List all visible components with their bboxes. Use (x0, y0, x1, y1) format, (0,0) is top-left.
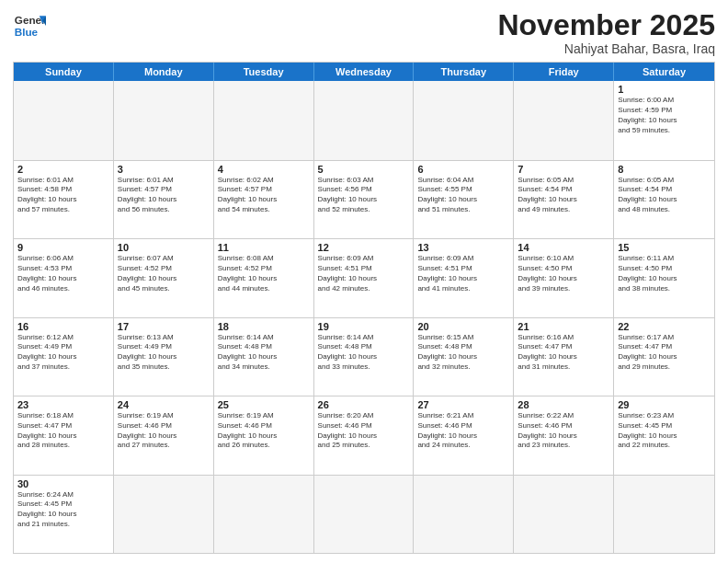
day-info: Sunrise: 6:08 AM Sunset: 4:52 PM Dayligh… (218, 254, 310, 293)
day-number: 1 (618, 84, 711, 95)
calendar-cell: 23Sunrise: 6:18 AM Sunset: 4:47 PM Dayli… (14, 396, 114, 474)
calendar-cell: 5Sunrise: 6:03 AM Sunset: 4:56 PM Daylig… (314, 161, 415, 238)
calendar-cell: 22Sunrise: 6:17 AM Sunset: 4:47 PM Dayli… (614, 318, 714, 396)
day-info: Sunrise: 6:04 AM Sunset: 4:55 PM Dayligh… (417, 176, 509, 215)
day-number: 20 (417, 321, 509, 332)
day-info: Sunrise: 6:01 AM Sunset: 4:57 PM Dayligh… (118, 176, 210, 215)
calendar-week-2: 2Sunrise: 6:01 AM Sunset: 4:58 PM Daylig… (14, 160, 714, 238)
weekday-header-thursday: Thursday (414, 63, 514, 81)
day-info: Sunrise: 6:01 AM Sunset: 4:58 PM Dayligh… (17, 176, 109, 215)
day-number: 6 (417, 164, 509, 175)
calendar-cell: 10Sunrise: 6:07 AM Sunset: 4:52 PM Dayli… (114, 239, 214, 316)
day-info: Sunrise: 6:14 AM Sunset: 4:48 PM Dayligh… (218, 333, 310, 373)
calendar-cell: 15Sunrise: 6:11 AM Sunset: 4:50 PM Dayli… (614, 239, 714, 316)
calendar-cell (214, 81, 314, 159)
day-number: 14 (518, 242, 609, 253)
day-info: Sunrise: 6:07 AM Sunset: 4:52 PM Dayligh… (118, 254, 210, 293)
day-info: Sunrise: 6:19 AM Sunset: 4:46 PM Dayligh… (118, 411, 210, 451)
calendar-cell (614, 476, 714, 553)
calendar-header: SundayMondayTuesdayWednesdayThursdayFrid… (14, 63, 714, 81)
day-info: Sunrise: 6:10 AM Sunset: 4:50 PM Dayligh… (518, 254, 609, 293)
calendar-cell: 17Sunrise: 6:13 AM Sunset: 4:49 PM Dayli… (114, 318, 214, 396)
calendar-week-6: 30Sunrise: 6:24 AM Sunset: 4:45 PM Dayli… (14, 475, 714, 553)
calendar-cell: 24Sunrise: 6:19 AM Sunset: 4:46 PM Dayli… (114, 396, 214, 474)
calendar-cell: 12Sunrise: 6:09 AM Sunset: 4:51 PM Dayli… (314, 239, 415, 316)
day-number: 9 (17, 242, 109, 253)
calendar-cell: 25Sunrise: 6:19 AM Sunset: 4:46 PM Dayli… (214, 396, 314, 474)
day-number: 19 (318, 321, 410, 332)
calendar-week-5: 23Sunrise: 6:18 AM Sunset: 4:47 PM Dayli… (14, 396, 714, 474)
calendar-body: 1Sunrise: 6:00 AM Sunset: 4:59 PM Daylig… (14, 81, 714, 553)
calendar-cell: 30Sunrise: 6:24 AM Sunset: 4:45 PM Dayli… (14, 476, 114, 553)
calendar-cell: 8Sunrise: 6:05 AM Sunset: 4:54 PM Daylig… (614, 161, 714, 238)
day-info: Sunrise: 6:24 AM Sunset: 4:45 PM Dayligh… (17, 490, 109, 530)
day-number: 18 (218, 321, 310, 332)
day-number: 12 (318, 242, 410, 253)
day-number: 25 (218, 399, 310, 410)
calendar-cell (114, 476, 214, 553)
day-number: 30 (17, 478, 109, 489)
day-info: Sunrise: 6:18 AM Sunset: 4:47 PM Dayligh… (17, 411, 109, 451)
day-number: 21 (518, 321, 609, 332)
day-info: Sunrise: 6:16 AM Sunset: 4:47 PM Dayligh… (518, 333, 609, 373)
day-number: 24 (118, 399, 210, 410)
day-number: 7 (518, 164, 609, 175)
day-number: 27 (417, 399, 509, 410)
day-number: 23 (17, 399, 109, 410)
calendar-cell: 14Sunrise: 6:10 AM Sunset: 4:50 PM Dayli… (514, 239, 614, 316)
calendar-cell: 26Sunrise: 6:20 AM Sunset: 4:46 PM Dayli… (314, 396, 415, 474)
calendar-cell: 2Sunrise: 6:01 AM Sunset: 4:58 PM Daylig… (14, 161, 114, 238)
calendar-cell: 6Sunrise: 6:04 AM Sunset: 4:55 PM Daylig… (414, 161, 514, 238)
day-number: 16 (17, 321, 109, 332)
day-number: 8 (618, 164, 711, 175)
calendar-cell: 13Sunrise: 6:09 AM Sunset: 4:51 PM Dayli… (414, 239, 514, 316)
calendar-cell: 19Sunrise: 6:14 AM Sunset: 4:48 PM Dayli… (314, 318, 415, 396)
day-number: 3 (118, 164, 210, 175)
day-info: Sunrise: 6:05 AM Sunset: 4:54 PM Dayligh… (518, 176, 609, 215)
calendar-week-3: 9Sunrise: 6:06 AM Sunset: 4:53 PM Daylig… (14, 238, 714, 316)
calendar-week-4: 16Sunrise: 6:12 AM Sunset: 4:49 PM Dayli… (14, 317, 714, 396)
calendar-cell: 7Sunrise: 6:05 AM Sunset: 4:54 PM Daylig… (514, 161, 614, 238)
calendar-cell (414, 476, 514, 553)
weekday-header-tuesday: Tuesday (214, 63, 314, 81)
calendar-cell: 18Sunrise: 6:14 AM Sunset: 4:48 PM Dayli… (214, 318, 314, 396)
weekday-header-sunday: Sunday (14, 63, 114, 81)
day-number: 2 (17, 164, 109, 175)
weekday-header-monday: Monday (114, 63, 214, 81)
header: General Blue November 2025 Nahiyat Bahar… (13, 9, 715, 56)
day-number: 26 (318, 399, 410, 410)
calendar-cell (514, 476, 614, 553)
calendar-cell (214, 476, 314, 553)
calendar-cell (14, 81, 114, 159)
day-info: Sunrise: 6:11 AM Sunset: 4:50 PM Dayligh… (618, 254, 711, 293)
day-info: Sunrise: 6:09 AM Sunset: 4:51 PM Dayligh… (318, 254, 410, 293)
calendar-week-1: 1Sunrise: 6:00 AM Sunset: 4:59 PM Daylig… (14, 81, 714, 159)
calendar: SundayMondayTuesdayWednesdayThursdayFrid… (13, 62, 715, 554)
day-info: Sunrise: 6:12 AM Sunset: 4:49 PM Dayligh… (17, 333, 109, 373)
day-info: Sunrise: 6:21 AM Sunset: 4:46 PM Dayligh… (417, 411, 509, 451)
calendar-cell: 29Sunrise: 6:23 AM Sunset: 4:45 PM Dayli… (614, 396, 714, 474)
day-number: 28 (518, 399, 609, 410)
day-info: Sunrise: 6:06 AM Sunset: 4:53 PM Dayligh… (17, 254, 109, 293)
calendar-cell: 28Sunrise: 6:22 AM Sunset: 4:46 PM Dayli… (514, 396, 614, 474)
location-title: Nahiyat Bahar, Basra, Iraq (497, 41, 715, 56)
day-info: Sunrise: 6:02 AM Sunset: 4:57 PM Dayligh… (218, 176, 310, 215)
calendar-cell (314, 476, 415, 553)
day-info: Sunrise: 6:14 AM Sunset: 4:48 PM Dayligh… (318, 333, 410, 373)
calendar-cell: 1Sunrise: 6:00 AM Sunset: 4:59 PM Daylig… (614, 81, 714, 159)
calendar-cell (514, 81, 614, 159)
day-number: 13 (417, 242, 509, 253)
day-info: Sunrise: 6:19 AM Sunset: 4:46 PM Dayligh… (218, 411, 310, 451)
day-info: Sunrise: 6:22 AM Sunset: 4:46 PM Dayligh… (518, 411, 609, 451)
calendar-cell: 16Sunrise: 6:12 AM Sunset: 4:49 PM Dayli… (14, 318, 114, 396)
day-info: Sunrise: 6:05 AM Sunset: 4:54 PM Dayligh… (618, 176, 711, 215)
calendar-cell: 11Sunrise: 6:08 AM Sunset: 4:52 PM Dayli… (214, 239, 314, 316)
day-number: 10 (118, 242, 210, 253)
month-title: November 2025 (497, 9, 715, 41)
calendar-cell (414, 81, 514, 159)
day-number: 4 (218, 164, 310, 175)
day-info: Sunrise: 6:03 AM Sunset: 4:56 PM Dayligh… (318, 176, 410, 215)
day-info: Sunrise: 6:23 AM Sunset: 4:45 PM Dayligh… (618, 411, 711, 451)
day-info: Sunrise: 6:00 AM Sunset: 4:59 PM Dayligh… (618, 96, 711, 135)
calendar-cell: 9Sunrise: 6:06 AM Sunset: 4:53 PM Daylig… (14, 239, 114, 316)
